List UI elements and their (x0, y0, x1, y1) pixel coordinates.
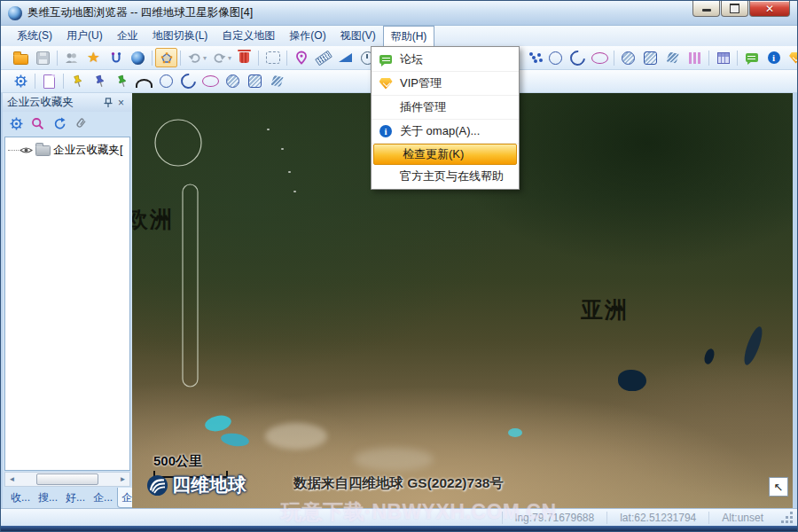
circle-icon (549, 51, 562, 65)
window-controls: ✕ (692, 1, 790, 17)
panel-pin-button[interactable] (101, 97, 114, 108)
menu-enterprise[interactable]: 企业 (110, 26, 145, 46)
globe-3d-button[interactable] (127, 48, 149, 67)
menu-operation[interactable]: 操作(O) (282, 26, 332, 46)
menu-view[interactable]: 视图(V) (333, 26, 383, 46)
open-folder-button[interactable] (10, 48, 32, 67)
corner-nav-button[interactable]: ↖ (769, 477, 788, 497)
draw-ellipse-button[interactable] (200, 72, 222, 91)
close-button[interactable]: ✕ (749, 1, 790, 17)
menu-item-forum[interactable]: 论坛 (372, 48, 519, 72)
maximize-button[interactable] (721, 1, 748, 17)
toolbar-separator (258, 51, 259, 66)
fill-square-button[interactable] (244, 72, 266, 91)
draw-arc-button[interactable] (177, 72, 200, 91)
tab-enterprise[interactable]: 企... (90, 488, 116, 508)
bars-button[interactable] (684, 48, 706, 67)
arcline-icon (136, 79, 153, 88)
refresh-icon[interactable] (52, 117, 66, 130)
delete-button[interactable] (233, 48, 255, 67)
label-asia: 亚洲 (581, 295, 629, 325)
redo-caret-icon[interactable]: ▾ (228, 54, 231, 62)
fill-polygon-button[interactable] (661, 48, 684, 67)
sidebar-header: 企业云收藏夹 × (3, 93, 132, 112)
menu-item-plugins[interactable]: 插件管理 (372, 96, 519, 120)
vip-button[interactable] (785, 48, 798, 67)
pin-green-button[interactable] (111, 72, 133, 91)
settings-icon[interactable] (10, 117, 23, 130)
attachment-icon[interactable] (74, 116, 88, 130)
scroll-right-icon[interactable]: ► (116, 475, 129, 483)
menu-item-homepage-help[interactable]: 官方主页与在线帮助 (372, 165, 519, 188)
menu-item-check-update[interactable]: 检查更新(K) (373, 144, 517, 165)
scatter-icon (532, 56, 536, 59)
sidebar-title: 企业云收藏夹 (7, 95, 74, 110)
hatch-square-icon (644, 51, 657, 65)
marquee-select-button[interactable] (262, 48, 284, 67)
favorites-button[interactable]: ★ (82, 48, 105, 67)
draw-arcline-button[interactable] (133, 72, 155, 91)
undo-caret-icon[interactable]: ▾ (203, 54, 207, 62)
tab-search[interactable]: 搜... (35, 488, 61, 508)
new-document-button[interactable] (38, 72, 60, 91)
fill-circle-button[interactable] (617, 48, 639, 67)
draw-ellipse-button[interactable] (589, 48, 611, 67)
menu-item-label: 关于 omap(A)... (400, 123, 480, 139)
draw-circle-button[interactable] (155, 72, 177, 91)
data-table-button[interactable] (712, 48, 734, 67)
pin-icon (103, 97, 113, 108)
resize-grip[interactable] (781, 512, 794, 524)
folder-icon (35, 145, 51, 156)
sidebar-tabs: 收... 搜... 好... 企... 企... (4, 488, 132, 508)
menu-item-vip[interactable]: VIP管理 (372, 72, 519, 96)
menu-map-switch[interactable]: 地图切换(L) (145, 26, 215, 46)
pin-blue-icon (93, 74, 107, 89)
menu-custom-map[interactable]: 自定义地图 (215, 26, 282, 46)
fill-polygon-button[interactable] (266, 72, 288, 91)
draw-arc-button[interactable] (567, 48, 589, 67)
minimize-icon (702, 9, 711, 12)
draw-circle-button[interactable] (544, 48, 567, 67)
map-attribution: 数据来自四维地球 GS(2022)738号 (293, 474, 504, 493)
tree-item-enterprise-favorites[interactable]: 企业云收藏夹[ (8, 143, 129, 158)
minimize-button[interactable] (692, 1, 720, 17)
search-icon[interactable] (31, 117, 44, 130)
scroll-thumb[interactable] (36, 473, 98, 485)
menu-help[interactable]: 帮助(H) (383, 26, 435, 46)
about-button[interactable]: i (763, 48, 785, 67)
fill-square-button[interactable] (639, 48, 661, 67)
tab-friends[interactable]: 好... (62, 488, 89, 508)
panel-close-button[interactable]: × (114, 97, 128, 109)
provider-logo-text: 四维地球 (172, 473, 246, 497)
status-alt: Alt:unset (708, 512, 776, 524)
bars-icon (689, 52, 700, 64)
placemark-button[interactable] (290, 48, 312, 67)
users-button[interactable] (60, 48, 82, 67)
settings-button[interactable] (10, 72, 32, 91)
measure-button[interactable] (312, 48, 334, 67)
scatter-button[interactable] (522, 48, 544, 67)
menu-item-about[interactable]: i 关于 omap(A)... (372, 120, 519, 144)
route-button[interactable] (105, 48, 127, 67)
polygon-tool-button[interactable] (155, 48, 177, 67)
area-measure-button[interactable] (334, 48, 356, 67)
scroll-track[interactable] (19, 473, 116, 485)
tab-favorites[interactable]: 收... (7, 488, 34, 508)
pin-blue-button[interactable] (89, 72, 111, 91)
info-icon: i (372, 125, 400, 137)
scale-label: 500公里 (153, 453, 228, 470)
provider-logo-icon (146, 474, 168, 497)
menu-system[interactable]: 系统(S) (10, 26, 59, 46)
delete-icon (239, 52, 249, 63)
forum-button[interactable] (740, 48, 763, 67)
scroll-left-icon[interactable]: ◄ (5, 475, 19, 483)
fill-circle-button[interactable] (222, 72, 244, 91)
close-icon: ✕ (765, 3, 774, 15)
save-button[interactable] (32, 48, 54, 67)
menu-user[interactable]: 用户(U) (59, 26, 110, 46)
toolbar-separator (152, 51, 153, 66)
eye-icon[interactable] (20, 145, 33, 155)
circle-icon (160, 74, 173, 88)
sidebar-hscrollbar[interactable]: ◄ ► (4, 472, 130, 487)
pin-yellow-button[interactable] (66, 72, 89, 91)
